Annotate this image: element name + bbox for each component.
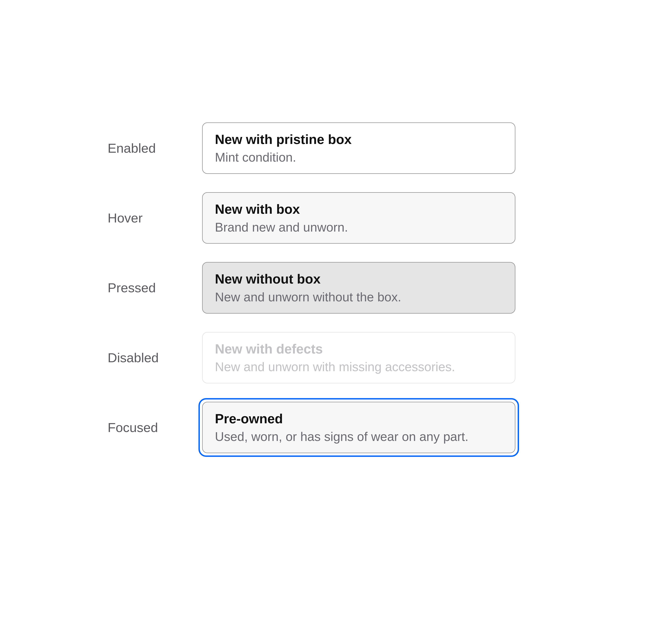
option-card-description: Mint condition.: [215, 150, 503, 164]
state-row-pressed: Pressed New without box New and unworn w…: [108, 262, 672, 314]
option-card-pressed[interactable]: New without box New and unworn without t…: [202, 262, 515, 314]
state-row-enabled: Enabled New with pristine box Mint condi…: [108, 123, 672, 174]
state-row-focused: Focused Pre-owned Used, worn, or has sig…: [108, 402, 672, 453]
option-card-description: New and unworn without the box.: [215, 290, 503, 304]
option-card-title: New without box: [215, 271, 503, 286]
state-label-focused: Focused: [108, 420, 202, 435]
option-card-title: New with pristine box: [215, 132, 503, 147]
option-card-focused[interactable]: Pre-owned Used, worn, or has signs of we…: [202, 402, 515, 453]
state-row-disabled: Disabled New with defects New and unworn…: [108, 332, 672, 384]
option-card-title: New with defects: [215, 341, 503, 356]
option-card-description: New and unworn with missing accessories.: [215, 360, 503, 374]
state-row-hover: Hover New with box Brand new and unworn.: [108, 192, 672, 244]
option-card-description: Brand new and unworn.: [215, 220, 503, 234]
option-card-title: Pre-owned: [215, 411, 503, 426]
state-label-hover: Hover: [108, 210, 202, 225]
option-card-disabled: New with defects New and unworn with mis…: [202, 332, 515, 384]
option-card-hover[interactable]: New with box Brand new and unworn.: [202, 192, 515, 244]
state-label-enabled: Enabled: [108, 141, 202, 156]
state-label-pressed: Pressed: [108, 280, 202, 295]
option-card-description: Used, worn, or has signs of wear on any …: [215, 429, 503, 444]
option-card-title: New with box: [215, 202, 503, 217]
option-card-enabled[interactable]: New with pristine box Mint condition.: [202, 123, 515, 174]
state-label-disabled: Disabled: [108, 350, 202, 365]
